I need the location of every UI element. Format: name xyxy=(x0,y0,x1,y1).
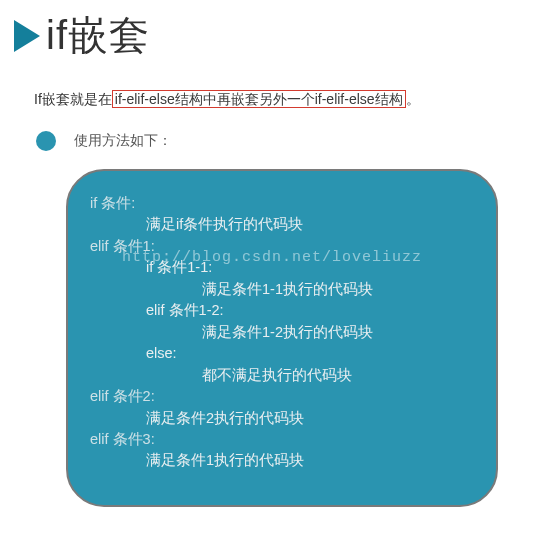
description-suffix: 。 xyxy=(406,91,420,107)
description: If嵌套就是在if-elif-else结构中再嵌套另外一个if-elif-els… xyxy=(34,91,538,109)
code-line: elif 条件2: xyxy=(90,386,482,407)
code-line: 满足if条件执行的代码块 xyxy=(90,214,482,235)
code-line: 都不满足执行的代码块 xyxy=(90,365,482,386)
code-line: 满足条件1-2执行的代码块 xyxy=(90,322,482,343)
code-line: 满足条件1执行的代码块 xyxy=(90,450,482,471)
code-line: elif 条件3: xyxy=(90,429,482,450)
code-line: if 条件: xyxy=(90,193,482,214)
code-line: elif 条件1: xyxy=(90,236,482,257)
usage-row: 使用方法如下： xyxy=(36,131,538,151)
code-lines: if 条件:满足if条件执行的代码块elif 条件1:if 条件1-1:满足条件… xyxy=(90,193,482,472)
bullet-circle-icon xyxy=(36,131,56,151)
title-row: if嵌套 xyxy=(0,0,538,63)
page-title: if嵌套 xyxy=(46,8,150,63)
code-box: http://blog.csdn.net/loveliuzz if 条件:满足i… xyxy=(66,169,498,507)
code-line: elif 条件1-2: xyxy=(90,300,482,321)
code-line: if 条件1-1: xyxy=(90,257,482,278)
code-line: else: xyxy=(90,343,482,364)
play-triangle-icon xyxy=(14,20,40,52)
code-line: 满足条件2执行的代码块 xyxy=(90,408,482,429)
description-prefix: If嵌套就是在 xyxy=(34,91,112,107)
code-line: 满足条件1-1执行的代码块 xyxy=(90,279,482,300)
usage-label: 使用方法如下： xyxy=(74,132,172,150)
description-highlight: if-elif-else结构中再嵌套另外一个if-elif-else结构 xyxy=(112,90,406,108)
